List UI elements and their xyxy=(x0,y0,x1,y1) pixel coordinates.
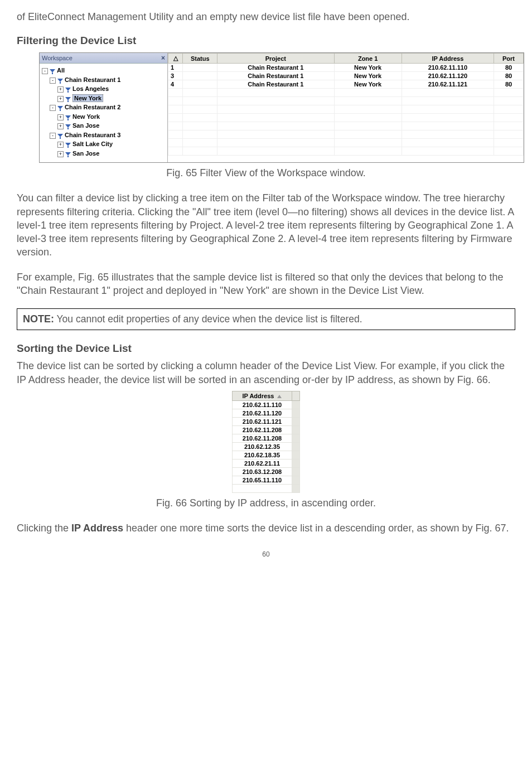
workspace-titlebar: Workspace × xyxy=(40,53,167,64)
tree-label: All xyxy=(57,67,65,74)
cell-ip: 210.62.21.11 xyxy=(232,459,292,467)
table-row[interactable]: 3 Chain Restaurant 1 New York 210.62.11.… xyxy=(168,72,524,80)
tree-all[interactable]: -All xyxy=(42,66,166,75)
cell-num: 1 xyxy=(168,64,183,72)
cell-zone: New York xyxy=(334,80,402,89)
sort-ascending-icon xyxy=(277,395,282,398)
page-number: 60 xyxy=(17,550,515,558)
expand-icon[interactable]: - xyxy=(50,105,56,111)
text-segment: Clicking the xyxy=(17,523,71,534)
heading-sorting: Sorting the Device List xyxy=(17,342,515,355)
heading-filtering: Filtering the Device List xyxy=(17,35,515,47)
list-item xyxy=(232,484,300,492)
tree-label: Los Angeles xyxy=(72,85,109,92)
device-list-table: △ Status Project Zone 1 IP Address Port … xyxy=(168,53,524,156)
tree-cr1[interactable]: -Chain Restaurant 1 xyxy=(42,75,166,85)
tree-sj[interactable]: +San Jose xyxy=(42,121,166,130)
funnel-icon xyxy=(65,143,71,146)
tree-label: New York xyxy=(72,113,100,120)
cell-ip: 210.62.11.208 xyxy=(232,425,292,434)
tree-la[interactable]: +Los Angeles xyxy=(42,84,166,94)
tree-cr2[interactable]: -Chain Restaurant 2 xyxy=(42,103,166,112)
cell-port: 80 xyxy=(494,80,524,89)
cell-status xyxy=(183,64,217,72)
expand-icon[interactable]: - xyxy=(50,133,56,139)
funnel-icon xyxy=(50,69,55,72)
tree-ny2[interactable]: +New York xyxy=(42,112,166,122)
cell-project: Chain Restaurant 1 xyxy=(217,72,334,80)
list-item[interactable]: 210.62.12.35 xyxy=(232,442,300,451)
tree-sj2[interactable]: +San Jose xyxy=(42,149,166,158)
cell-port: 80 xyxy=(494,72,524,80)
col-ip-label: IP Address xyxy=(243,393,274,399)
expand-icon[interactable]: + xyxy=(57,142,64,148)
table-row xyxy=(168,139,524,147)
fig66-table: IP Address 210.62.11.110 210.62.11.120 2… xyxy=(232,391,301,493)
funnel-icon xyxy=(65,124,71,128)
expand-icon[interactable]: - xyxy=(42,68,48,74)
cell-ip: 210.62.11.120 xyxy=(232,409,292,417)
funnel-icon xyxy=(65,115,71,119)
note-text: You cannot edit properties of any device… xyxy=(54,313,362,325)
col-status[interactable]: Status xyxy=(183,54,217,64)
note-label: NOTE: xyxy=(23,313,54,325)
fig65-caption: Fig. 65 Filter View of the Workspace win… xyxy=(17,167,515,179)
tree-ny-selected[interactable]: +New York xyxy=(42,94,166,103)
intro-paragraph: of EliteConnect Management Utility and a… xyxy=(17,10,515,23)
list-item[interactable]: 210.62.11.208 xyxy=(232,434,300,442)
list-item[interactable]: 210.63.12.208 xyxy=(232,467,300,476)
list-item[interactable]: 210.62.11.120 xyxy=(232,409,300,417)
cell-num: 3 xyxy=(168,72,183,80)
paragraph-sorting-intro: The device list can be sorted by clickin… xyxy=(17,359,515,386)
cell-project: Chain Restaurant 1 xyxy=(217,80,334,89)
list-item[interactable]: 210.65.11.110 xyxy=(232,476,300,484)
table-row[interactable]: 1 Chain Restaurant 1 New York 210.62.11.… xyxy=(168,64,524,72)
table-row xyxy=(168,130,524,139)
close-icon[interactable]: × xyxy=(161,54,165,62)
cell-ip: 210.62.11.208 xyxy=(232,434,292,442)
cell-ip: 210.62.18.35 xyxy=(232,451,292,459)
funnel-icon xyxy=(57,79,63,82)
cell-ip: 210.63.12.208 xyxy=(232,467,292,476)
text-segment: header one more time sorts the device li… xyxy=(123,523,509,534)
col-ip[interactable]: IP Address xyxy=(402,54,494,64)
expand-icon[interactable]: + xyxy=(57,86,64,93)
funnel-icon xyxy=(65,152,71,156)
fig66-caption: Fig. 66 Sorting by IP address, in ascend… xyxy=(17,497,515,509)
table-row xyxy=(168,105,524,114)
table-row xyxy=(168,122,524,130)
col-zone1[interactable]: Zone 1 xyxy=(334,54,402,64)
tree-cr3[interactable]: -Chain Restaurant 3 xyxy=(42,130,166,140)
col-ip-address[interactable]: IP Address xyxy=(232,391,292,400)
tree-label: New York xyxy=(72,94,103,102)
list-item[interactable]: 210.62.21.11 xyxy=(232,459,300,467)
col-blank xyxy=(292,391,300,400)
funnel-icon xyxy=(57,106,63,109)
list-item[interactable]: 210.62.11.110 xyxy=(232,400,300,409)
funnel-icon xyxy=(65,88,71,91)
cell-status xyxy=(183,80,217,89)
list-item[interactable]: 210.62.11.208 xyxy=(232,425,300,434)
col-port[interactable]: Port xyxy=(494,54,524,64)
expand-icon[interactable]: + xyxy=(57,123,64,129)
expand-icon[interactable]: + xyxy=(57,96,64,102)
list-item[interactable]: 210.62.11.121 xyxy=(232,417,300,425)
tree-slc[interactable]: +Salt Lake City xyxy=(42,139,166,149)
col-project[interactable]: Project xyxy=(217,54,334,64)
cell-ip: 210.62.11.110 xyxy=(402,64,494,72)
cell-ip: 210.62.11.121 xyxy=(232,417,292,425)
expand-icon[interactable]: + xyxy=(57,114,64,120)
col-sort[interactable]: △ xyxy=(168,54,183,64)
workspace-panel: Workspace × -All -Chain Restaurant 1 +Lo… xyxy=(40,53,168,162)
fig65-screenshot: Workspace × -All -Chain Restaurant 1 +Lo… xyxy=(39,52,524,163)
filter-tree: -All -Chain Restaurant 1 +Los Angeles +N… xyxy=(40,64,167,162)
expand-icon[interactable]: + xyxy=(57,151,64,157)
list-item[interactable]: 210.62.18.35 xyxy=(232,451,300,459)
cell-port: 80 xyxy=(494,64,524,72)
table-row xyxy=(168,114,524,122)
expand-icon[interactable]: - xyxy=(50,78,56,84)
cell-ip: 210.62.11.121 xyxy=(402,80,494,89)
cell-project: Chain Restaurant 1 xyxy=(217,64,334,72)
table-row[interactable]: 4 Chain Restaurant 1 New York 210.62.11.… xyxy=(168,80,524,89)
cell-ip: 210.62.11.120 xyxy=(402,72,494,80)
